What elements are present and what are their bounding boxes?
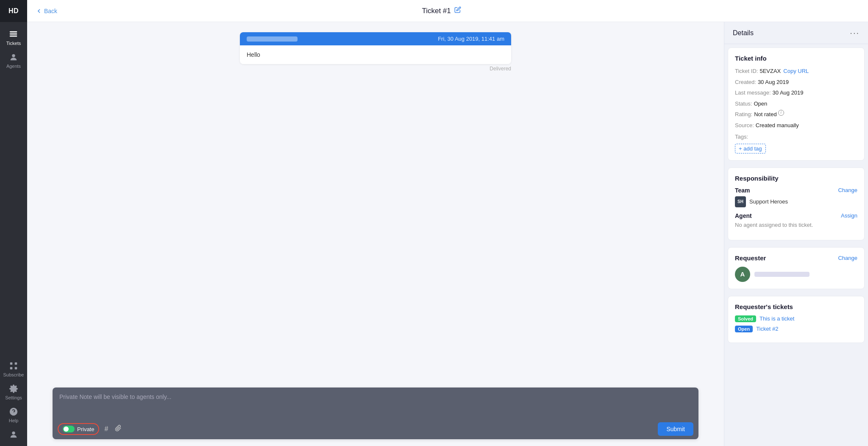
message-status: Delivered [490,66,511,72]
rating-label: Rating: [735,110,752,119]
subscribe-icon [9,361,18,371]
header-title: Ticket #1 [62,6,821,15]
ticket-link-1[interactable]: This is a ticket [760,315,794,322]
source-row: Source: Created manually [735,121,857,130]
svg-rect-0 [10,31,17,33]
svg-rect-8 [15,362,17,365]
team-change-link[interactable]: Change [838,187,857,193]
svg-rect-9 [10,367,13,370]
app-body: Back Ticket #1 Fri, 30 Aug 2019 [27,0,868,446]
agent-label: Agent [735,212,752,219]
message-body: Hello [240,45,511,64]
private-toggle[interactable]: Private [58,423,99,435]
team-label: Team [735,187,750,194]
svg-point-13 [12,432,15,435]
requester-row: A [735,267,857,282]
sidebar-item-subscribe[interactable]: Subscribe [0,358,27,379]
requester-tickets-section: Requester's tickets Solved This is a tic… [728,296,865,343]
messages-area: Fri, 30 Aug 2019, 11:41 am Hello Deliver… [27,22,724,382]
back-arrow-icon [36,8,42,14]
no-agent-text: No agent assigned to this ticket. [735,222,857,228]
tags-label: Tags: [735,133,748,141]
toggle-switch[interactable] [63,426,75,432]
ticket-id-value: 5EVZAX [760,67,781,75]
help-icon [9,407,18,416]
status-label: Status: [735,100,752,108]
copy-url-link[interactable]: Copy URL [783,67,809,75]
responsibility-title: Responsibility [735,175,857,182]
sender-placeholder [247,36,298,42]
conversation-pane: Fri, 30 Aug 2019, 11:41 am Hello Deliver… [27,22,724,446]
details-header: Details ··· [724,22,868,44]
attachment-icon[interactable] [113,423,123,435]
more-menu-button[interactable]: ··· [850,28,860,38]
message-text: Hello [247,51,260,58]
agent-row: Agent Assign No agent assigned to this t… [735,212,857,228]
sidebar: HD Tickets Agents [0,0,27,446]
sidebar-logo: HD [0,0,27,22]
svg-rect-2 [10,36,17,37]
add-tag-button[interactable]: + add tag [735,144,766,153]
subscribe-label: Subscribe [3,372,24,377]
last-message-row: Last message: 30 Aug 2019 [735,89,857,97]
rating-row: Rating: Not rated [735,110,857,119]
back-button[interactable]: Back [36,8,57,14]
message-wrapper: Fri, 30 Aug 2019, 11:41 am Hello Deliver… [240,32,511,72]
agent-assign-link[interactable]: Assign [841,212,857,219]
team-row: Team Change SH Support Heroes [735,187,857,207]
open-badge: Open [735,326,753,332]
rating-value: Not rated [754,110,776,119]
message-time: Fri, 30 Aug 2019, 11:41 am [438,36,504,42]
details-panel: Details ··· Ticket info Ticket ID: 5EVZA… [724,22,868,446]
svg-point-5 [10,36,11,36]
info-icon [778,110,784,116]
ticket-info-section: Ticket info Ticket ID: 5EVZAX Copy URL C… [728,47,865,161]
sidebar-item-agents[interactable]: Agents [0,48,27,71]
last-message-label: Last message: [735,89,771,97]
settings-icon [9,384,18,393]
svg-rect-1 [10,33,17,35]
reply-toolbar: Private # Submit [53,419,698,439]
ticket-item-1: Solved This is a ticket [735,315,857,322]
message-bubble: Fri, 30 Aug 2019, 11:41 am Hello [240,32,511,64]
reply-box: Private # Submit [53,387,698,439]
tags-row: Tags: + add tag [735,133,857,153]
header: Back Ticket #1 [27,0,868,22]
created-label: Created: [735,78,756,86]
requester-change-link[interactable]: Change [838,255,857,261]
team-badge: SH Support Heroes [735,196,857,207]
sidebar-item-tickets-label: Tickets [6,41,21,46]
solved-badge: Solved [735,315,756,322]
settings-label: Settings [5,395,22,400]
status-value: Open [754,100,767,108]
sidebar-item-tickets[interactable]: Tickets [0,25,27,48]
source-value: Created manually [756,121,799,130]
svg-rect-10 [15,367,17,370]
body-row: Fri, 30 Aug 2019, 11:41 am Hello Deliver… [27,22,868,446]
reply-textarea[interactable] [53,387,698,417]
svg-point-6 [12,54,15,57]
created-row: Created: 30 Aug 2019 [735,78,857,86]
source-label: Source: [735,121,754,130]
team-name: Support Heroes [749,198,788,205]
edit-title-icon[interactable] [454,6,461,15]
ticket-title: Ticket #1 [422,7,451,15]
ticket-link-2[interactable]: Ticket #2 [756,326,778,332]
sidebar-item-settings[interactable]: Settings [0,381,27,402]
ticket-id-label: Ticket ID: [735,67,758,75]
ticket-id-row: Ticket ID: 5EVZAX Copy URL [735,67,857,75]
last-message-value: 30 Aug 2019 [773,89,804,97]
hashtag-icon[interactable]: # [103,424,110,435]
ticket-info-title: Ticket info [735,55,857,62]
sidebar-item-profile[interactable] [0,426,27,441]
submit-button[interactable]: Submit [658,422,693,436]
details-title: Details [733,29,754,37]
tickets-list: Solved This is a ticket Open Ticket #2 [735,315,857,332]
requester-avatar: A [735,267,750,282]
private-label: Private [77,426,94,432]
requester-name-placeholder [754,272,810,277]
profile-icon [9,430,18,439]
sidebar-item-help[interactable]: Help [0,404,27,425]
status-row: Status: Open [735,100,857,108]
svg-point-4 [10,33,11,34]
